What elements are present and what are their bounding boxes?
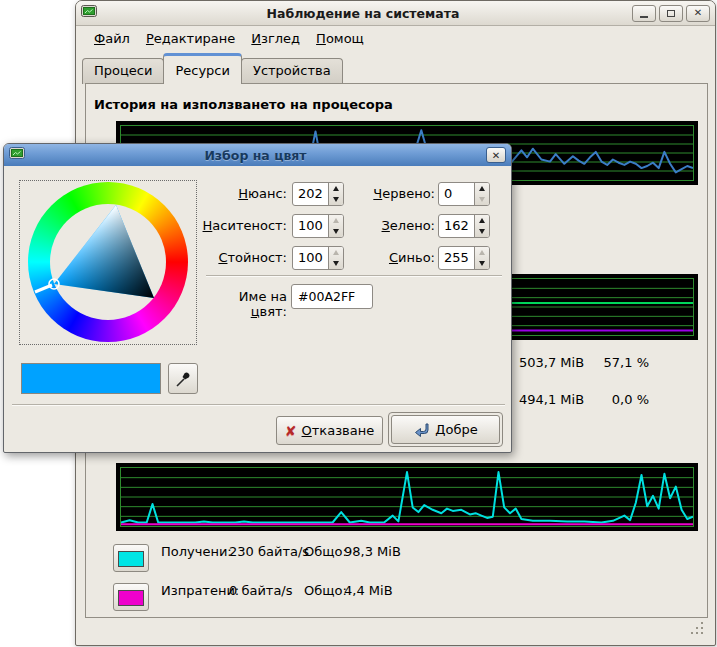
dialog-title: Избор на цвят [25, 148, 486, 163]
enter-arrow-icon [413, 422, 430, 438]
green-spin-down[interactable] [475, 226, 489, 237]
hue-spin-down[interactable] [329, 194, 343, 205]
hue-value[interactable]: 202 [293, 183, 328, 205]
green-spinbox[interactable]: 162 [438, 214, 490, 238]
value-spin-up[interactable] [329, 247, 343, 258]
red-spin-down[interactable] [475, 194, 489, 205]
value-spinbox[interactable]: 100 [292, 246, 344, 270]
received-total-label: Общо: [304, 544, 347, 559]
memory-size-value: 503,7 MiB [519, 355, 584, 370]
main-titlebar[interactable]: Наблюдение на системата ✕ [76, 1, 715, 26]
value-value[interactable]: 100 [293, 247, 328, 269]
cancel-button-label: Отказване [302, 423, 375, 438]
red-spin-up[interactable] [475, 183, 489, 194]
menu-file[interactable]: Файл [86, 29, 138, 48]
maximize-icon [667, 10, 675, 17]
eyedropper-button[interactable] [168, 363, 198, 394]
sent-total: 4,4 MiB [344, 583, 393, 598]
swap-size-value: 494,1 MiB [519, 392, 584, 407]
blue-spin-up[interactable] [475, 247, 489, 258]
saturation-spin-down[interactable] [329, 226, 343, 237]
cpu-section-title: История на използването на процесора [94, 97, 393, 112]
blue-spin-down[interactable] [475, 258, 489, 269]
tab-resources[interactable]: Ресурси [163, 53, 242, 84]
menu-view[interactable]: Изглед [243, 29, 308, 48]
sent-color-button[interactable] [113, 583, 149, 611]
red-label: Червено: [357, 186, 435, 201]
green-label: Зелено: [357, 218, 435, 233]
network-received-row: Получени: 230 байта/s Общо: 98,3 MiB [113, 538, 533, 566]
maximize-button[interactable] [659, 5, 683, 22]
received-label: Получени: [161, 544, 232, 559]
resize-grip[interactable] [690, 621, 705, 639]
sent-color-swatch [118, 590, 144, 606]
green-value[interactable]: 162 [439, 215, 474, 237]
received-total: 98,3 MiB [344, 544, 401, 559]
color-name-label: Име на цвят: [202, 289, 287, 319]
tab-devices[interactable]: Устройства [241, 58, 343, 84]
ok-button-default-ring: Добре [388, 412, 503, 447]
green-spin-up[interactable] [475, 215, 489, 226]
system-monitor-icon [9, 147, 25, 163]
close-button[interactable]: ✕ [686, 5, 710, 22]
dialog-close-button[interactable]: ✕ [486, 147, 506, 163]
hue-spinbox[interactable]: 202 [292, 182, 344, 206]
window-title: Наблюдение на системата [97, 6, 629, 21]
color-name-input[interactable]: #00A2FF [291, 284, 373, 309]
received-rate: 230 байта/s [229, 544, 309, 559]
sent-label: Изпратени: [161, 583, 239, 598]
received-color-swatch [118, 551, 144, 567]
blue-spinbox[interactable]: 255 [438, 246, 490, 270]
tab-processes[interactable]: Процеси [82, 58, 164, 84]
swap-percent-value: 0,0 % [591, 392, 649, 407]
red-x-icon: ✘ [285, 423, 297, 439]
selected-color-preview [21, 363, 161, 394]
network-chart-canvas [121, 468, 693, 526]
network-history-chart [116, 463, 698, 531]
red-value[interactable]: 0 [439, 183, 474, 205]
sent-total-label: Общо: [304, 583, 347, 598]
sv-triangle[interactable] [20, 181, 198, 346]
minimize-icon [640, 16, 648, 18]
red-spinbox[interactable]: 0 [438, 182, 490, 206]
swap-usage-row: 494,1 MiB 0,0 % [519, 392, 651, 408]
color-picker-dialog: Избор на цвят ✕ [3, 143, 512, 453]
value-label: Стойност: [202, 250, 287, 265]
saturation-spin-up[interactable] [329, 215, 343, 226]
received-color-button[interactable] [113, 544, 149, 572]
action-separator [12, 404, 505, 406]
saturation-value[interactable]: 100 [293, 215, 328, 237]
ok-button[interactable]: Добре [391, 415, 500, 444]
system-monitor-icon [81, 5, 97, 21]
dialog-titlebar[interactable]: Избор на цвят ✕ [4, 144, 511, 166]
menubar: Файл Редактиране Изглед Помощ [76, 26, 715, 50]
saturation-label: Наситеност: [202, 218, 287, 233]
tab-bar: Процеси Ресурси Устройства [82, 53, 709, 84]
hue-spin-up[interactable] [329, 183, 343, 194]
menu-help[interactable]: Помощ [308, 29, 372, 48]
fields-separator [206, 275, 502, 277]
saturation-spinbox[interactable]: 100 [292, 214, 344, 238]
close-icon: ✕ [694, 8, 702, 18]
sent-rate: 0 байта/s [229, 583, 293, 598]
blue-value[interactable]: 255 [439, 247, 474, 269]
eyedropper-icon [174, 370, 192, 388]
hue-label: Нюанс: [202, 186, 287, 201]
memory-percent-value: 57,1 % [591, 355, 649, 370]
desktop: Наблюдение на системата ✕ Файл Редактира… [0, 0, 717, 647]
minimize-button[interactable] [632, 5, 656, 22]
close-icon: ✕ [492, 150, 500, 161]
ok-button-label: Добре [435, 422, 477, 437]
menu-edit[interactable]: Редактиране [138, 29, 243, 48]
hsv-color-wheel[interactable] [19, 180, 197, 345]
value-spin-down[interactable] [329, 258, 343, 269]
memory-usage-row: 503,7 MiB 57,1 % [519, 355, 651, 371]
blue-label: Синьо: [357, 250, 435, 265]
cancel-button[interactable]: ✘ Отказване [276, 416, 383, 445]
network-sent-row: Изпратени: 0 байта/s Общо: 4,4 MiB [113, 577, 533, 605]
